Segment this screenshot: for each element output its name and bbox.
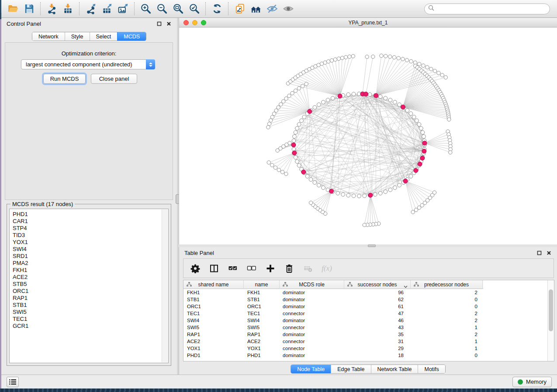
delete-rows-icon[interactable] <box>284 263 295 274</box>
zoom-fit-icon[interactable] <box>170 1 186 16</box>
close-panel-icon[interactable] <box>546 250 552 256</box>
table-row[interactable]: PHD1PHD1dominator180 <box>183 352 554 359</box>
mcds-result-item[interactable]: TID3 <box>13 232 168 239</box>
mcds-result-item[interactable]: STB5 <box>13 281 168 288</box>
mcds-result-item[interactable]: STB1 <box>13 302 168 309</box>
zoom-selected-icon[interactable] <box>186 1 202 16</box>
tab-select[interactable]: Select <box>90 32 118 41</box>
mcds-result-item[interactable]: ORC1 <box>13 288 168 295</box>
tab-node-table[interactable]: Node Table <box>291 365 331 373</box>
cell-successors: 61 <box>344 303 411 310</box>
table-row[interactable]: SWI4SWI4dominator462 <box>183 317 554 324</box>
cell-name: SWI4 <box>244 317 280 324</box>
table-row[interactable]: RAP1RAP1dominator352 <box>183 331 554 338</box>
table-row[interactable]: TEC1TEC1connector472 <box>183 310 554 317</box>
table-panel-tabs: Node TableEdge TableNetwork TableMotifs <box>179 364 557 374</box>
mcds-result-item[interactable]: SWI4 <box>13 246 168 253</box>
criterion-select[interactable]: largest connected component (undirected) <box>21 59 155 69</box>
table-scrollbar[interactable] <box>547 280 554 361</box>
table-row[interactable]: SWI5SWI5connector431 <box>183 324 554 331</box>
open-folder-icon[interactable] <box>5 1 21 16</box>
cell-successors: 62 <box>344 296 411 303</box>
zoom-out-icon[interactable] <box>154 1 170 16</box>
list-icon <box>9 378 17 385</box>
close-window-icon[interactable] <box>183 20 189 25</box>
export-table-icon[interactable] <box>99 1 115 16</box>
run-mcds-button[interactable]: Run MCDS <box>43 74 86 84</box>
column-header-predecessor-nodes[interactable]: predecessor nodes <box>411 280 483 289</box>
table-row[interactable]: ACE2ACE2connector311 <box>183 338 554 345</box>
select-all-icon[interactable] <box>227 263 239 274</box>
hide-selected-icon[interactable] <box>264 1 280 16</box>
tab-network[interactable]: Network <box>32 32 65 41</box>
mcds-result-item[interactable]: YOX1 <box>13 239 168 246</box>
task-history-button[interactable] <box>7 377 19 387</box>
table-row[interactable]: YOX1YOX1connector291 <box>183 345 554 352</box>
float-panel-icon[interactable] <box>536 250 542 256</box>
network-canvas[interactable] <box>179 28 557 244</box>
tab-mcds[interactable]: MCDS <box>117 32 146 41</box>
toolbar-separator <box>228 2 228 15</box>
cell-predecessors: 0 <box>411 296 483 303</box>
mcds-result-list[interactable]: PHD1CAR1STP4TID3YOX1SWI4SRD1PMA2FKH1ACE2… <box>9 209 169 363</box>
mcds-result-item[interactable]: STP4 <box>13 225 168 232</box>
namespace-icon <box>414 282 419 288</box>
import-table-icon[interactable] <box>60 1 76 16</box>
tab-network-table[interactable]: Network Table <box>371 365 418 373</box>
column-header-MCDS-role[interactable]: MCDS role <box>280 280 344 289</box>
maximize-window-icon[interactable] <box>201 20 206 25</box>
tab-edge-table[interactable]: Edge Table <box>331 365 370 373</box>
cell-shared_name: SWI4 <box>183 317 244 324</box>
mcds-result-item[interactable]: GCR1 <box>13 323 168 330</box>
search-input[interactable] <box>434 5 546 12</box>
node-table[interactable]: shared namenameMCDS rolesuccessor nodesp… <box>183 280 554 361</box>
zoom-in-icon[interactable] <box>138 1 154 16</box>
column-header-name[interactable]: name <box>244 280 280 289</box>
mcds-result-item[interactable]: RAP1 <box>13 295 168 302</box>
export-image-icon[interactable] <box>115 1 131 16</box>
sort-chevron-icon <box>404 283 408 289</box>
import-network-icon[interactable] <box>44 1 60 16</box>
mcds-result-item[interactable]: SRD1 <box>13 253 168 260</box>
optimization-criterion-label: Optimization criterion: <box>5 50 173 57</box>
memory-button[interactable]: Memory <box>512 377 552 387</box>
search-box[interactable] <box>424 3 550 14</box>
mcds-result-item[interactable]: CAR1 <box>13 218 168 225</box>
mcds-result-item[interactable]: ACE2 <box>13 274 168 281</box>
mcds-list-scrollbar[interactable] <box>162 210 168 362</box>
namespace-icon <box>283 282 288 288</box>
table-row[interactable]: FKH1FKH1dominator962 <box>183 289 554 296</box>
mcds-result-item[interactable]: FKH1 <box>13 267 168 274</box>
add-column-icon[interactable] <box>265 263 276 274</box>
mcds-result-item[interactable]: PHD1 <box>13 211 168 218</box>
status-bar: Memory <box>1 375 557 389</box>
close-panel-icon[interactable] <box>166 21 172 27</box>
copy-network-icon[interactable] <box>232 1 248 16</box>
first-neighbors-icon[interactable] <box>248 1 264 16</box>
save-icon[interactable] <box>21 1 37 16</box>
table-panel-header: Table Panel <box>179 247 557 258</box>
float-panel-icon[interactable] <box>156 21 162 27</box>
export-network-icon[interactable] <box>83 1 99 16</box>
column-header-successor-nodes[interactable]: successor nodes <box>344 280 411 289</box>
table-panel-title: Table Panel <box>184 250 214 256</box>
mcds-result-item[interactable]: SWI5 <box>13 309 168 316</box>
table-row[interactable]: ORC1ORC1dominator610 <box>183 303 554 310</box>
tab-style[interactable]: Style <box>65 32 90 41</box>
gear-icon[interactable] <box>190 263 201 274</box>
mcds-result-item[interactable]: TEC1 <box>13 316 168 323</box>
tab-motifs[interactable]: Motifs <box>418 365 445 373</box>
cell-name: ORC1 <box>244 303 280 310</box>
show-all-icon[interactable] <box>280 1 296 16</box>
unselect-all-icon[interactable] <box>246 263 257 274</box>
cell-name: SWI5 <box>244 324 280 331</box>
minimize-window-icon[interactable] <box>192 20 197 25</box>
mcds-result-item[interactable]: PMA2 <box>13 260 168 267</box>
columns-icon[interactable] <box>208 263 220 274</box>
table-row[interactable]: STB1STB1dominator620 <box>183 296 554 303</box>
column-header-shared-name[interactable]: shared name <box>183 280 244 289</box>
network-window-titlebar[interactable]: YPA_prune.txt_1 <box>179 18 557 28</box>
close-panel-button[interactable]: Close panel <box>91 74 137 84</box>
scrollbar-thumb[interactable] <box>549 289 553 331</box>
refresh-icon[interactable] <box>209 1 225 16</box>
